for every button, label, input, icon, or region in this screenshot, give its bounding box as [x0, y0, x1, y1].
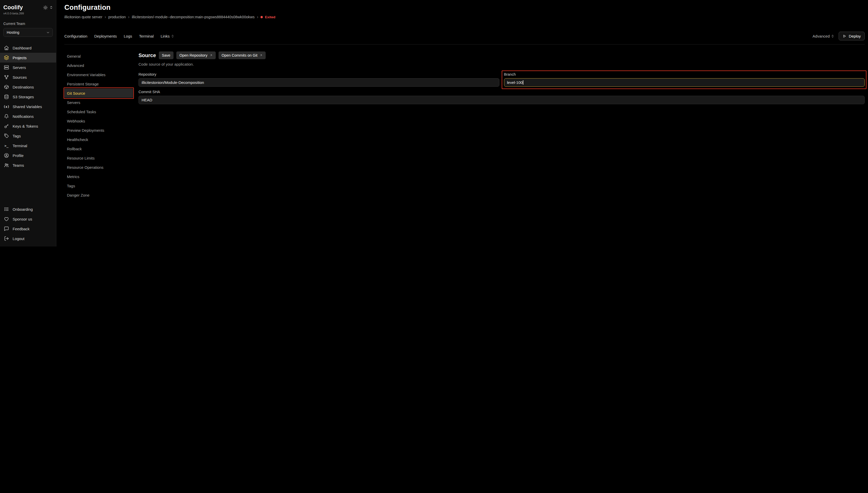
- sidebar-item-sources[interactable]: Sources: [0, 72, 56, 82]
- subnav-item-advanced[interactable]: Advanced: [64, 61, 133, 70]
- subnav-item-persistent-storage[interactable]: Persistent Storage: [64, 79, 133, 88]
- coolify-logo: Coolify: [3, 4, 23, 11]
- tab-links[interactable]: Links: [161, 34, 174, 38]
- tab-deployments[interactable]: Deployments: [94, 34, 117, 38]
- subnav-item-git-source[interactable]: Git Source: [64, 88, 133, 98]
- sidebar-item-label: Keys & Tokens: [13, 124, 38, 128]
- sidebar-item-servers[interactable]: Servers: [0, 63, 56, 72]
- subnav-item-general[interactable]: General: [64, 51, 133, 61]
- sidebar-item-shared-variables[interactable]: (x) Shared Variables: [0, 102, 56, 111]
- sidebar-item-label: Destinations: [13, 85, 34, 89]
- terminal-icon: >_: [4, 144, 9, 148]
- home-icon: [4, 45, 9, 50]
- sidebar-item-logout[interactable]: Logout: [0, 234, 56, 243]
- repository-label: Repository: [139, 72, 500, 77]
- sidebar-item-feedback[interactable]: Feedback: [0, 224, 56, 234]
- subnav-item-rollback[interactable]: Rollback: [64, 144, 133, 153]
- repository-input[interactable]: [139, 78, 500, 87]
- subnav-item-healthcheck[interactable]: Healthcheck: [64, 135, 133, 144]
- open-repository-button[interactable]: Open Repository: [176, 51, 216, 59]
- sidebar-item-label: Projects: [13, 56, 26, 60]
- subnav-item-label: Git Source: [67, 91, 85, 95]
- subnav-item-resource-operations[interactable]: Resource Operations: [64, 163, 133, 172]
- advanced-dropdown[interactable]: Advanced: [813, 34, 834, 38]
- subnav-item-danger-zone[interactable]: Danger Zone: [64, 190, 133, 200]
- sidebar-item-tags[interactable]: Tags: [0, 131, 56, 141]
- coolify-app: Coolify v4.0.0-beta.399 Current Team Hos…: [0, 0, 868, 246]
- variable-icon: (x): [4, 105, 9, 109]
- status-dot-icon: [260, 16, 263, 18]
- source-title: Source: [139, 52, 156, 59]
- sidebar-item-label: Feedback: [13, 227, 29, 231]
- sidebar-item-terminal[interactable]: >_ Terminal: [0, 141, 56, 151]
- chevron-down-icon: [46, 30, 50, 35]
- branch-value: level-100: [507, 80, 523, 85]
- sidebar-menu: Dashboard Projects Servers Sources Desti…: [0, 43, 56, 170]
- tab-terminal[interactable]: Terminal: [139, 34, 154, 38]
- open-commits-label: Open Commits on Git: [221, 53, 257, 57]
- breadcrumb-resource[interactable]: illicitestonion/-module--decomposition:m…: [132, 15, 255, 19]
- sidebar: Coolify v4.0.0-beta.399 Current Team Hos…: [0, 0, 56, 246]
- advanced-label: Advanced: [813, 34, 830, 38]
- chevron-right-icon: ›: [257, 15, 258, 19]
- repository-field: Repository: [139, 72, 500, 87]
- source-section: Source Save Open Repository Open Commits…: [133, 51, 865, 104]
- layers-icon: [4, 55, 9, 60]
- sidebar-item-onboarding[interactable]: Onboarding: [0, 204, 56, 214]
- sidebar-item-sponsor-us[interactable]: Sponsor us: [0, 214, 56, 224]
- breadcrumb-project[interactable]: illicitonion quote server: [64, 15, 103, 19]
- sidebar-item-s3-storages[interactable]: S3 Storages: [0, 92, 56, 102]
- heart-icon: [4, 216, 9, 221]
- sidebar-item-projects[interactable]: Projects: [0, 53, 56, 63]
- breadcrumb-environment[interactable]: production: [108, 15, 126, 19]
- checklist-icon: [4, 207, 9, 212]
- git-branch-icon: [4, 74, 9, 80]
- tag-icon: [4, 133, 9, 138]
- breadcrumb: illicitonion quote server › production ›…: [64, 15, 865, 19]
- app-version: v4.0.0-beta.399: [0, 11, 56, 15]
- theme-toggle-sun-icon[interactable]: [43, 5, 48, 10]
- branch-input[interactable]: level-100: [504, 78, 865, 87]
- logout-icon: [4, 236, 9, 241]
- sidebar-item-label: Tags: [13, 134, 21, 138]
- team-select[interactable]: Hosting: [3, 28, 53, 37]
- sidebar-item-label: Sponsor us: [13, 217, 32, 221]
- save-button[interactable]: Save: [159, 51, 173, 59]
- subnav-item-scheduled-tasks[interactable]: Scheduled Tasks: [64, 107, 133, 116]
- sidebar-item-teams[interactable]: Teams: [0, 160, 56, 170]
- chevrons-up-down-icon[interactable]: [49, 6, 53, 9]
- sidebar-item-destinations[interactable]: Destinations: [0, 82, 56, 92]
- tabs-row: Configuration Deployments Logs Terminal …: [64, 31, 865, 40]
- sidebar-item-profile[interactable]: Profile: [0, 151, 56, 160]
- subnav-item-webhooks[interactable]: Webhooks: [64, 116, 133, 126]
- sidebar-item-label: Sources: [13, 75, 27, 80]
- subnav-item-environment-variables[interactable]: Environment Variables: [64, 70, 133, 79]
- server-icon: [4, 65, 9, 70]
- database-icon: [4, 94, 9, 99]
- container-icon: [4, 84, 9, 89]
- commit-sha-field: Commit SHA: [139, 90, 865, 104]
- subnav-item-resource-limits[interactable]: Resource Limits: [64, 153, 133, 163]
- open-commits-button[interactable]: Open Commits on Git: [218, 51, 266, 59]
- tab-logs[interactable]: Logs: [124, 34, 132, 38]
- subnav-item-metrics[interactable]: Metrics: [64, 172, 133, 181]
- sidebar-item-keys-tokens[interactable]: Keys & Tokens: [0, 121, 56, 131]
- subnav-item-tags[interactable]: Tags: [64, 181, 133, 190]
- sidebar-item-label: Onboarding: [13, 207, 33, 212]
- subnav-item-servers[interactable]: Servers: [64, 98, 133, 107]
- sidebar-item-label: Notifications: [13, 114, 34, 119]
- deploy-button[interactable]: Deploy: [839, 31, 865, 40]
- source-subtitle: Code source of your application.: [139, 62, 865, 66]
- sidebar-item-dashboard[interactable]: Dashboard: [0, 43, 56, 53]
- tab-links-label: Links: [161, 34, 170, 38]
- sidebar-item-label: Servers: [13, 65, 26, 70]
- subnav-item-preview-deployments[interactable]: Preview Deployments: [64, 126, 133, 135]
- tab-configuration[interactable]: Configuration: [64, 34, 87, 38]
- chevron-right-icon: ›: [128, 15, 129, 19]
- sidebar-item-notifications[interactable]: Notifications: [0, 111, 56, 121]
- message-icon: [4, 226, 9, 231]
- sidebar-item-label: Logout: [13, 236, 24, 241]
- key-icon: [4, 124, 9, 129]
- sidebar-item-label: Teams: [13, 163, 24, 168]
- commit-sha-input[interactable]: [139, 96, 865, 104]
